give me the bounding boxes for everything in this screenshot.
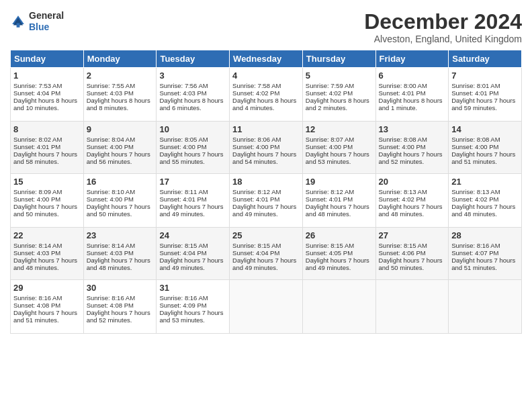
sunrise: Sunrise: 8:16 AM <box>159 294 208 302</box>
daylight: Daylight hours 7 hours and 52 minutes. <box>87 309 150 324</box>
sunset: Sunset: 4:03 PM <box>13 249 60 257</box>
daylight: Daylight hours 7 hours and 49 minutes. <box>232 257 296 271</box>
table-row: 14Sunrise: 8:08 AMSunset: 4:00 PMDayligh… <box>449 122 522 174</box>
sunset: Sunset: 4:06 PM <box>379 249 426 257</box>
sunrise: Sunrise: 7:55 AM <box>87 82 135 89</box>
daylight: Daylight hours 7 hours and 48 minutes. <box>379 203 443 218</box>
daylight: Daylight hours 7 hours and 50 minutes. <box>379 257 443 271</box>
sunset: Sunset: 4:01 PM <box>451 89 498 97</box>
table-row: 23Sunrise: 8:14 AMSunset: 4:03 PMDayligh… <box>83 228 157 280</box>
sunset: Sunset: 4:09 PM <box>159 302 206 309</box>
sunset: Sunset: 4:04 PM <box>232 249 279 257</box>
week-row-2: 8Sunrise: 8:02 AMSunset: 4:01 PMDaylight… <box>11 122 522 174</box>
table-row: 30Sunrise: 8:16 AMSunset: 4:08 PMDayligh… <box>83 280 157 334</box>
day-number: 5 <box>306 71 373 81</box>
sunset: Sunset: 4:01 PM <box>379 89 426 97</box>
sunrise: Sunrise: 8:11 AM <box>159 188 208 195</box>
table-row: 3Sunrise: 7:56 AMSunset: 4:03 PMDaylight… <box>157 68 230 122</box>
daylight: Daylight hours 7 hours and 50 minutes. <box>13 203 77 218</box>
daylight: Daylight hours 7 hours and 55 minutes. <box>159 150 223 165</box>
sunset: Sunset: 4:00 PM <box>13 195 60 203</box>
sunrise: Sunrise: 7:53 AM <box>13 82 62 89</box>
day-number: 30 <box>87 283 154 293</box>
daylight: Daylight hours 7 hours and 51 minutes. <box>451 257 515 271</box>
day-number: 13 <box>379 124 446 134</box>
page-container: General Blue December 2024 Alveston, Eng… <box>0 0 532 411</box>
daylight: Daylight hours 7 hours and 48 minutes. <box>451 203 515 218</box>
day-number: 20 <box>379 177 446 187</box>
daylight: Daylight hours 7 hours and 48 minutes. <box>306 203 369 218</box>
daylight: Daylight hours 7 hours and 54 minutes. <box>232 150 296 165</box>
day-number: 16 <box>87 177 154 187</box>
svg-rect-2 <box>17 23 20 27</box>
day-number: 11 <box>232 124 300 134</box>
daylight: Daylight hours 7 hours and 50 minutes. <box>87 203 150 218</box>
daylight: Daylight hours 7 hours and 49 minutes. <box>232 203 296 218</box>
sunrise: Sunrise: 8:14 AM <box>13 242 62 249</box>
sunrise: Sunrise: 8:06 AM <box>232 136 281 143</box>
table-row: 22Sunrise: 8:14 AMSunset: 4:03 PMDayligh… <box>11 228 84 280</box>
table-row: 19Sunrise: 8:12 AMSunset: 4:01 PMDayligh… <box>302 174 375 228</box>
table-row: 12Sunrise: 8:07 AMSunset: 4:00 PMDayligh… <box>302 122 375 174</box>
daylight: Daylight hours 7 hours and 58 minutes. <box>13 150 77 165</box>
sunrise: Sunrise: 8:16 AM <box>13 294 62 302</box>
sunrise: Sunrise: 8:12 AM <box>232 188 281 195</box>
sunrise: Sunrise: 8:13 AM <box>451 188 500 195</box>
daylight: Daylight hours 7 hours and 49 minutes. <box>159 257 223 271</box>
sunrise: Sunrise: 8:08 AM <box>451 136 500 143</box>
logo-general: General <box>29 10 64 21</box>
sunrise: Sunrise: 8:10 AM <box>87 188 135 195</box>
sunset: Sunset: 4:01 PM <box>159 195 206 203</box>
logo-icon <box>10 13 26 30</box>
sunrise: Sunrise: 8:01 AM <box>451 82 500 89</box>
sunset: Sunset: 4:02 PM <box>451 195 498 203</box>
table-row: 28Sunrise: 8:16 AMSunset: 4:07 PMDayligh… <box>449 228 522 280</box>
sunset: Sunset: 4:03 PM <box>159 89 206 97</box>
table-row <box>375 280 449 334</box>
day-number: 8 <box>13 124 81 134</box>
table-row: 20Sunrise: 8:13 AMSunset: 4:02 PMDayligh… <box>375 174 449 228</box>
sunrise: Sunrise: 8:15 AM <box>379 242 427 249</box>
table-row: 6Sunrise: 8:00 AMSunset: 4:01 PMDaylight… <box>375 68 449 122</box>
sunrise: Sunrise: 8:16 AM <box>451 242 500 249</box>
month-title: December 2024 <box>364 10 522 34</box>
table-row: 27Sunrise: 8:15 AMSunset: 4:06 PMDayligh… <box>375 228 449 280</box>
table-row: 7Sunrise: 8:01 AMSunset: 4:01 PMDaylight… <box>449 68 522 122</box>
sunset: Sunset: 4:00 PM <box>232 143 279 150</box>
logo-blue: Blue <box>29 21 49 32</box>
day-number: 1 <box>13 71 81 81</box>
logo-text: General Blue <box>29 10 64 33</box>
day-number: 7 <box>451 71 519 81</box>
day-number: 19 <box>306 177 373 187</box>
sunrise: Sunrise: 8:08 AM <box>379 136 427 143</box>
day-number: 22 <box>13 230 81 240</box>
col-monday: Monday <box>83 50 157 68</box>
daylight: Daylight hours 7 hours and 49 minutes. <box>306 257 369 271</box>
day-number: 15 <box>13 177 81 187</box>
table-row <box>449 280 522 334</box>
sunset: Sunset: 4:00 PM <box>379 143 426 150</box>
day-number: 9 <box>87 124 154 134</box>
table-row: 13Sunrise: 8:08 AMSunset: 4:00 PMDayligh… <box>375 122 449 174</box>
day-number: 26 <box>306 230 373 240</box>
day-number: 31 <box>159 283 226 293</box>
table-row: 11Sunrise: 8:06 AMSunset: 4:00 PMDayligh… <box>230 122 303 174</box>
sunrise: Sunrise: 8:00 AM <box>379 82 427 89</box>
sunrise: Sunrise: 8:15 AM <box>159 242 208 249</box>
daylight: Daylight hours 7 hours and 51 minutes. <box>451 150 515 165</box>
sunset: Sunset: 4:01 PM <box>306 195 353 203</box>
sunset: Sunset: 4:02 PM <box>379 195 426 203</box>
sunrise: Sunrise: 8:05 AM <box>159 136 208 143</box>
table-row: 24Sunrise: 8:15 AMSunset: 4:04 PMDayligh… <box>157 228 230 280</box>
daylight: Daylight hours 8 hours and 1 minute. <box>379 97 443 111</box>
calendar: Sunday Monday Tuesday Wednesday Thursday… <box>10 50 522 334</box>
week-row-1: 1Sunrise: 7:53 AMSunset: 4:04 PMDaylight… <box>11 68 522 122</box>
day-number: 17 <box>159 177 226 187</box>
sunset: Sunset: 4:04 PM <box>13 89 60 97</box>
table-row: 21Sunrise: 8:13 AMSunset: 4:02 PMDayligh… <box>449 174 522 228</box>
sunrise: Sunrise: 7:59 AM <box>306 82 354 89</box>
daylight: Daylight hours 7 hours and 53 minutes. <box>159 309 223 324</box>
week-row-4: 22Sunrise: 8:14 AMSunset: 4:03 PMDayligh… <box>11 228 522 280</box>
table-row: 9Sunrise: 8:04 AMSunset: 4:00 PMDaylight… <box>83 122 157 174</box>
table-row: 15Sunrise: 8:09 AMSunset: 4:00 PMDayligh… <box>11 174 84 228</box>
